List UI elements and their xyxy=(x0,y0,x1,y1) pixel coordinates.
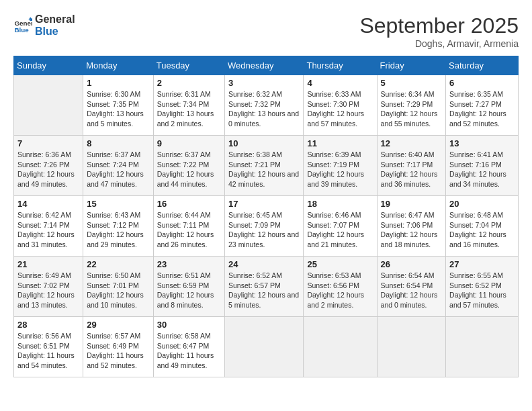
day-info: Sunrise: 6:45 AMSunset: 7:09 PMDaylight:… xyxy=(228,210,300,250)
day-number: 17 xyxy=(228,199,300,209)
calendar-cell: 6Sunrise: 6:35 AMSunset: 7:27 PMDaylight… xyxy=(446,75,519,136)
calendar-cell xyxy=(14,75,83,136)
week-row-1: 1Sunrise: 6:30 AMSunset: 7:35 PMDaylight… xyxy=(14,75,519,136)
day-info: Sunrise: 6:34 AMSunset: 7:29 PMDaylight:… xyxy=(381,89,443,129)
calendar-cell: 1Sunrise: 6:30 AMSunset: 7:35 PMDaylight… xyxy=(83,75,153,136)
day-info: Sunrise: 6:57 AMSunset: 6:49 PMDaylight:… xyxy=(87,331,149,371)
calendar-cell: 17Sunrise: 6:45 AMSunset: 7:09 PMDayligh… xyxy=(225,196,304,257)
day-number: 10 xyxy=(228,138,300,148)
calendar-cell: 27Sunrise: 6:55 AMSunset: 6:52 PMDayligh… xyxy=(446,257,519,317)
day-info: Sunrise: 6:32 AMSunset: 7:32 PMDaylight:… xyxy=(228,89,300,129)
calendar-cell: 28Sunrise: 6:56 AMSunset: 6:51 PMDayligh… xyxy=(14,317,83,377)
day-info: Sunrise: 6:49 AMSunset: 7:02 PMDaylight:… xyxy=(17,271,79,310)
day-number: 1 xyxy=(87,78,149,88)
day-info: Sunrise: 6:43 AMSunset: 7:12 PMDaylight:… xyxy=(87,210,149,250)
header-monday: Monday xyxy=(83,56,153,75)
header-thursday: Thursday xyxy=(304,56,377,75)
month-title: September 2025 xyxy=(359,13,519,38)
day-info: Sunrise: 6:46 AMSunset: 7:07 PMDaylight:… xyxy=(307,210,373,250)
day-info: Sunrise: 6:41 AMSunset: 7:16 PMDaylight:… xyxy=(449,150,515,189)
day-info: Sunrise: 6:40 AMSunset: 7:17 PMDaylight:… xyxy=(381,150,443,189)
title-block: September 2025 Doghs, Armavir, Armenia xyxy=(359,13,519,49)
day-number: 9 xyxy=(157,138,221,148)
calendar-cell: 30Sunrise: 6:58 AMSunset: 6:47 PMDayligh… xyxy=(153,317,224,377)
week-row-2: 7Sunrise: 6:36 AMSunset: 7:26 PMDaylight… xyxy=(14,136,519,196)
calendar-cell: 13Sunrise: 6:41 AMSunset: 7:16 PMDayligh… xyxy=(446,136,519,196)
day-info: Sunrise: 6:31 AMSunset: 7:34 PMDaylight:… xyxy=(157,89,221,129)
header-saturday: Saturday xyxy=(446,56,519,75)
day-info: Sunrise: 6:55 AMSunset: 6:52 PMDaylight:… xyxy=(449,271,515,310)
day-number: 21 xyxy=(17,259,79,269)
header-friday: Friday xyxy=(377,56,446,75)
day-info: Sunrise: 6:38 AMSunset: 7:21 PMDaylight:… xyxy=(228,150,300,189)
day-info: Sunrise: 6:51 AMSunset: 6:59 PMDaylight:… xyxy=(157,271,221,310)
day-number: 27 xyxy=(449,259,515,269)
day-number: 8 xyxy=(87,138,149,148)
day-number: 3 xyxy=(228,78,300,88)
calendar-cell: 26Sunrise: 6:54 AMSunset: 6:54 PMDayligh… xyxy=(377,257,446,317)
calendar-cell: 14Sunrise: 6:42 AMSunset: 7:14 PMDayligh… xyxy=(14,196,83,257)
calendar-cell: 4Sunrise: 6:33 AMSunset: 7:30 PMDaylight… xyxy=(304,75,377,136)
day-info: Sunrise: 6:39 AMSunset: 7:19 PMDaylight:… xyxy=(307,150,373,189)
day-info: Sunrise: 6:35 AMSunset: 7:27 PMDaylight:… xyxy=(449,89,515,129)
logo-general-text: General xyxy=(35,13,75,26)
day-number: 24 xyxy=(228,259,300,269)
calendar-cell xyxy=(304,317,377,377)
day-number: 30 xyxy=(157,320,221,330)
day-info: Sunrise: 6:42 AMSunset: 7:14 PMDaylight:… xyxy=(17,210,79,250)
header-tuesday: Tuesday xyxy=(153,56,224,75)
day-info: Sunrise: 6:58 AMSunset: 6:47 PMDaylight:… xyxy=(157,331,221,371)
day-number: 22 xyxy=(87,259,149,269)
calendar-cell: 8Sunrise: 6:37 AMSunset: 7:24 PMDaylight… xyxy=(83,136,153,196)
calendar-cell: 7Sunrise: 6:36 AMSunset: 7:26 PMDaylight… xyxy=(14,136,83,196)
day-number: 15 xyxy=(87,199,149,209)
calendar-cell: 29Sunrise: 6:57 AMSunset: 6:49 PMDayligh… xyxy=(83,317,153,377)
day-number: 14 xyxy=(17,199,79,209)
day-number: 20 xyxy=(449,199,515,209)
calendar-cell xyxy=(225,317,304,377)
calendar-cell: 3Sunrise: 6:32 AMSunset: 7:32 PMDaylight… xyxy=(225,75,304,136)
day-info: Sunrise: 6:48 AMSunset: 7:04 PMDaylight:… xyxy=(449,210,515,250)
calendar-cell: 5Sunrise: 6:34 AMSunset: 7:29 PMDaylight… xyxy=(377,75,446,136)
calendar-cell: 11Sunrise: 6:39 AMSunset: 7:19 PMDayligh… xyxy=(304,136,377,196)
day-number: 26 xyxy=(381,259,443,269)
calendar-cell: 16Sunrise: 6:44 AMSunset: 7:11 PMDayligh… xyxy=(153,196,224,257)
calendar-cell: 24Sunrise: 6:52 AMSunset: 6:57 PMDayligh… xyxy=(225,257,304,317)
logo-icon: General Blue xyxy=(13,16,32,35)
day-info: Sunrise: 6:50 AMSunset: 7:01 PMDaylight:… xyxy=(87,271,149,310)
calendar-table: SundayMondayTuesdayWednesdayThursdayFrid… xyxy=(13,56,519,377)
day-number: 4 xyxy=(307,78,373,88)
calendar-cell: 20Sunrise: 6:48 AMSunset: 7:04 PMDayligh… xyxy=(446,196,519,257)
calendar-cell: 25Sunrise: 6:53 AMSunset: 6:56 PMDayligh… xyxy=(304,257,377,317)
week-row-4: 21Sunrise: 6:49 AMSunset: 7:02 PMDayligh… xyxy=(14,257,519,317)
calendar-cell: 9Sunrise: 6:37 AMSunset: 7:22 PMDaylight… xyxy=(153,136,224,196)
header-wednesday: Wednesday xyxy=(225,56,304,75)
calendar-cell: 18Sunrise: 6:46 AMSunset: 7:07 PMDayligh… xyxy=(304,196,377,257)
day-info: Sunrise: 6:33 AMSunset: 7:30 PMDaylight:… xyxy=(307,89,373,129)
svg-text:Blue: Blue xyxy=(14,26,29,33)
calendar-cell xyxy=(377,317,446,377)
day-info: Sunrise: 6:44 AMSunset: 7:11 PMDaylight:… xyxy=(157,210,221,250)
day-number: 6 xyxy=(449,78,515,88)
day-number: 19 xyxy=(381,199,443,209)
day-number: 23 xyxy=(157,259,221,269)
day-info: Sunrise: 6:47 AMSunset: 7:06 PMDaylight:… xyxy=(381,210,443,250)
day-number: 28 xyxy=(17,320,79,330)
day-number: 12 xyxy=(381,138,443,148)
calendar-cell: 15Sunrise: 6:43 AMSunset: 7:12 PMDayligh… xyxy=(83,196,153,257)
calendar-cell: 23Sunrise: 6:51 AMSunset: 6:59 PMDayligh… xyxy=(153,257,224,317)
day-number: 25 xyxy=(307,259,373,269)
day-info: Sunrise: 6:53 AMSunset: 6:56 PMDaylight:… xyxy=(307,271,373,310)
day-number: 29 xyxy=(87,320,149,330)
page-header: General Blue General Blue September 2025… xyxy=(13,13,519,49)
calendar-cell: 10Sunrise: 6:38 AMSunset: 7:21 PMDayligh… xyxy=(225,136,304,196)
week-row-5: 28Sunrise: 6:56 AMSunset: 6:51 PMDayligh… xyxy=(14,317,519,377)
day-info: Sunrise: 6:52 AMSunset: 6:57 PMDaylight:… xyxy=(228,271,300,310)
day-number: 5 xyxy=(381,78,443,88)
calendar-cell: 19Sunrise: 6:47 AMSunset: 7:06 PMDayligh… xyxy=(377,196,446,257)
day-number: 13 xyxy=(449,138,515,148)
location-subtitle: Doghs, Armavir, Armenia xyxy=(359,38,519,49)
day-info: Sunrise: 6:36 AMSunset: 7:26 PMDaylight:… xyxy=(17,150,79,189)
day-info: Sunrise: 6:37 AMSunset: 7:22 PMDaylight:… xyxy=(157,150,221,189)
day-number: 16 xyxy=(157,199,221,209)
